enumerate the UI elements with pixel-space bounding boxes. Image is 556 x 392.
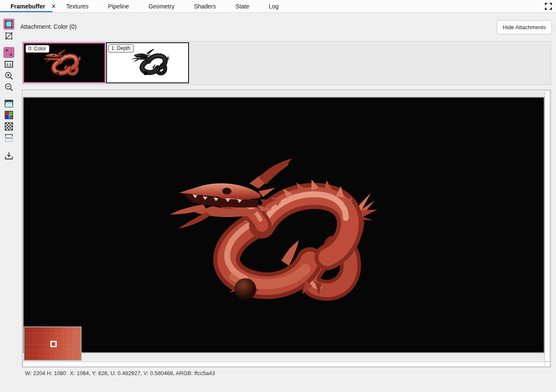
dragon-render xyxy=(163,151,381,310)
framebuffer-viewer[interactable] xyxy=(22,90,551,367)
magnifier-cursor-pixel xyxy=(50,341,57,347)
tab-pipeline[interactable]: Pipeline xyxy=(108,3,129,10)
blend-background-icon[interactable] xyxy=(3,30,14,41)
actual-size-icon[interactable]: 1:1 xyxy=(3,59,14,70)
thumbnail-depth-badge: 1: Depth xyxy=(108,44,134,52)
tab-log[interactable]: Log xyxy=(269,3,279,10)
zoom-in-icon[interactable] xyxy=(3,70,14,81)
tab-framebuffer[interactable]: Framebuffer ✕ xyxy=(11,3,61,10)
pixel-info: X: 1064, Y: 626, U: 0.482927, V: 0.58046… xyxy=(70,370,215,376)
image-size-info: W: 2204 H: 1080 xyxy=(25,370,66,376)
app-window: Framebuffer ✕ Textures Pipeline Geometry… xyxy=(0,0,556,392)
zoom-out-icon[interactable] xyxy=(3,82,14,93)
pixel-magnifier xyxy=(24,326,82,361)
save-image-icon[interactable] xyxy=(3,150,14,161)
tab-textures[interactable]: Textures xyxy=(66,3,88,10)
svg-text:1:1: 1:1 xyxy=(6,63,11,67)
close-tab-icon[interactable]: ✕ xyxy=(51,3,56,9)
tab-geometry[interactable]: Geometry xyxy=(148,3,174,10)
thumbnail-color-attachment[interactable]: 0: Color xyxy=(23,42,106,83)
tab-framebuffer-label: Framebuffer xyxy=(11,3,45,10)
attachment-bounds-icon[interactable] xyxy=(3,19,14,30)
tab-state[interactable]: State xyxy=(236,3,249,10)
active-tab-underline xyxy=(0,11,52,12)
horizontal-scrollbar[interactable] xyxy=(23,362,545,367)
fit-to-window-icon[interactable] xyxy=(3,47,14,58)
thumbnail-color-badge: 0: Color xyxy=(25,45,49,53)
rgba-channels-icon[interactable]: A xyxy=(3,110,14,121)
framebuffer-image[interactable] xyxy=(23,97,545,353)
thumbnail-depth-attachment[interactable]: 1: Depth xyxy=(106,42,189,83)
tab-bar: Framebuffer ✕ Textures Pipeline Geometry… xyxy=(0,0,556,13)
attachment-strip: 0: Color 1: Depth xyxy=(22,41,551,85)
status-bar: W: 2204 H: 1080 X: 1064, Y: 626, U: 0.48… xyxy=(25,370,215,376)
vertical-scrollbar[interactable] xyxy=(545,90,550,362)
checkerboard-icon[interactable] xyxy=(3,121,14,132)
scrollbar-corner xyxy=(545,362,550,367)
fullscreen-icon[interactable] xyxy=(545,3,552,10)
attachment-label: Attachment: Color (0) xyxy=(20,23,77,30)
flip-vertical-icon[interactable] xyxy=(3,132,14,143)
svg-text:A: A xyxy=(10,116,12,118)
hide-attachments-button[interactable]: Hide Attachments xyxy=(497,20,552,34)
tab-shaders[interactable]: Shaders xyxy=(194,3,216,10)
image-preview-icon[interactable] xyxy=(3,98,14,109)
